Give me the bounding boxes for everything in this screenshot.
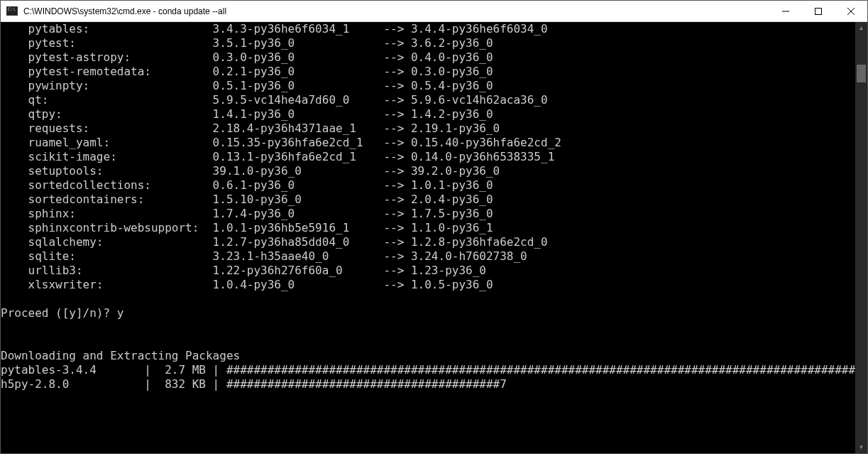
close-button[interactable] (835, 1, 867, 21)
scroll-up-arrow[interactable]: ▲ (855, 22, 867, 34)
scrollbar[interactable]: ▲ ▼ (855, 22, 867, 453)
minimize-button[interactable] (769, 1, 802, 21)
scroll-thumb[interactable] (857, 65, 866, 82)
titlebar[interactable]: C:\WINDOWS\system32\cmd.exe - conda upda… (1, 1, 867, 22)
terminal-output[interactable]: pytables: 3.4.3-py36he6f6034_1 --> 3.4.4… (1, 22, 855, 453)
svg-rect-1 (815, 8, 822, 14)
cmd-icon (6, 6, 18, 16)
cmd-window: C:\WINDOWS\system32\cmd.exe - conda upda… (0, 0, 868, 454)
window-title: C:\WINDOWS\system32\cmd.exe - conda upda… (23, 6, 769, 16)
terminal-area: pytables: 3.4.3-py36he6f6034_1 --> 3.4.4… (1, 22, 867, 453)
window-controls (769, 1, 867, 21)
maximize-button[interactable] (802, 1, 835, 21)
scroll-down-arrow[interactable]: ▼ (855, 441, 867, 453)
